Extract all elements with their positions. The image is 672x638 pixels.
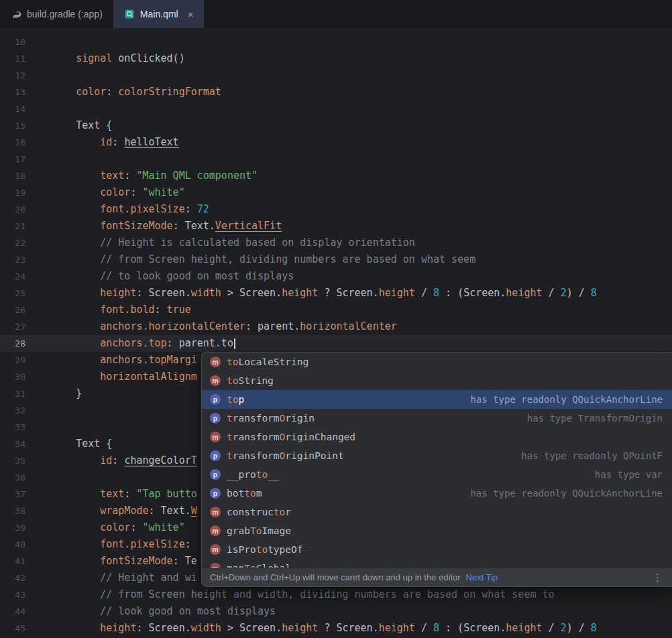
code-text: color: colorStringFormat [52, 84, 221, 101]
completion-label: toString [227, 375, 274, 386]
line-number: 45 [0, 620, 25, 637]
code-text: // look good on most displays [52, 603, 276, 620]
line-number: 14 [0, 101, 25, 117]
line-number: 40 [0, 536, 25, 553]
code-line-43[interactable]: 43 // from Screen height and width, divi… [0, 586, 672, 603]
code-line-25[interactable]: 25 height: Screen.width > Screen.height … [0, 285, 672, 302]
method-icon: m [210, 357, 221, 367]
completion-label: bottom [227, 488, 262, 499]
code-line-15[interactable]: 15 Text { [0, 117, 672, 134]
line-number: 15 [0, 117, 25, 134]
code-line-24[interactable]: 24 // to look good on most displays [0, 268, 672, 285]
tab-build-gradle-app[interactable]: build.gradle (:app) [0, 0, 113, 28]
completion-item[interactable]: mtransformOriginChanged [202, 428, 672, 446]
line-number: 35 [0, 452, 25, 469]
code-line-28[interactable]: 28 anchors.top: parent.to [0, 335, 672, 352]
close-tab-icon[interactable]: × [188, 9, 194, 19]
line-number: 38 [0, 503, 25, 519]
completion-item[interactable]: mconstructor [202, 503, 672, 521]
completion-item[interactable]: ptransformOriginhas type TransformOrigin [202, 409, 672, 428]
code-text: color: "white" [52, 184, 185, 201]
completion-item[interactable]: ptransformOriginPointhas type readonly Q… [202, 446, 672, 465]
code-text: anchors.top: parent.to [52, 335, 235, 352]
completion-item[interactable]: pbottomhas type readonly QQuickAnchorLin… [202, 484, 672, 503]
line-number: 11 [0, 50, 25, 67]
more-options-icon[interactable]: ⋮ [651, 572, 664, 584]
line-number: 34 [0, 436, 25, 452]
completion-type-hint: has type readonly QQuickAnchorLine [470, 394, 663, 405]
code-line-10[interactable]: 10 [0, 34, 672, 50]
code-line-19[interactable]: 19 color: "white" [0, 184, 672, 201]
line-number: 22 [0, 235, 25, 251]
line-number: 23 [0, 251, 25, 268]
code-line-22[interactable]: 22 // Height is calculated based on disp… [0, 235, 672, 251]
completion-label: mapToGlobal [227, 563, 291, 568]
code-line-11[interactable]: 11 signal onClicked() [0, 50, 672, 67]
line-number: 20 [0, 201, 25, 218]
method-icon: m [210, 563, 221, 568]
line-number: 31 [0, 385, 25, 402]
completion-label: top [227, 394, 244, 405]
code-editor[interactable]: 1011 signal onClicked()1213 color: color… [0, 28, 672, 638]
code-text: color: "white" [52, 519, 185, 536]
ide-window: build.gradle (:app)Main.qml× 1011 signal… [0, 0, 672, 638]
code-text: // Height is calculated based on display… [52, 235, 415, 251]
code-text: wrapMode: Text.W [52, 503, 197, 519]
completion-type-hint: has type var [595, 469, 663, 480]
code-text: // Height and wi [52, 570, 197, 586]
code-line-17[interactable]: 17 [0, 151, 672, 168]
completion-item[interactable]: mgrabToImage [202, 521, 672, 540]
tab-main-qml[interactable]: Main.qml× [113, 0, 205, 28]
code-line-14[interactable]: 14 [0, 101, 672, 117]
code-line-23[interactable]: 23 // from Screen height, dividing numbe… [0, 251, 672, 268]
code-line-27[interactable]: 27 anchors.horizontalCenter: parent.hori… [0, 318, 672, 335]
code-text: } [52, 385, 82, 402]
code-text: // to look good on most displays [52, 268, 294, 285]
code-line-20[interactable]: 20 font.pixelSize: 72 [0, 201, 672, 218]
text-caret [234, 338, 235, 349]
method-icon: m [210, 432, 221, 442]
completion-item[interactable]: p__proto__has type var [202, 465, 672, 484]
code-line-12[interactable]: 12 [0, 67, 672, 84]
code-line-21[interactable]: 21 fontSizeMode: Text.VerticalFit [0, 218, 672, 235]
line-number: 44 [0, 603, 25, 620]
completion-label: transformOriginPoint [227, 450, 344, 461]
completion-item[interactable]: ptophas type readonly QQuickAnchorLine [202, 390, 672, 409]
gradle-file-icon [11, 9, 21, 19]
completion-item[interactable]: mtoLocaleString [202, 353, 672, 371]
code-line-16[interactable]: 16 id: helloText [0, 134, 672, 151]
property-icon: p [210, 469, 221, 480]
code-line-18[interactable]: 18 text: "Main QML component" [0, 168, 672, 184]
completion-item[interactable]: mmapToGlobal [202, 559, 672, 568]
code-text: font.pixelSize: 72 [52, 201, 209, 218]
line-number: 12 [0, 67, 25, 84]
line-number: 26 [0, 302, 25, 318]
completion-item[interactable]: mtoString [202, 371, 672, 390]
code-line-13[interactable]: 13 color: colorStringFormat [0, 84, 672, 101]
line-number: 39 [0, 519, 25, 536]
completion-label: toLocaleString [227, 357, 309, 367]
tab-label: Main.qml [140, 9, 178, 19]
code-text: height: Screen.width > Screen.height ? S… [52, 285, 597, 302]
tab-label: build.gradle (:app) [27, 9, 103, 19]
line-number: 43 [0, 586, 25, 603]
completion-item[interactable]: misPrototypeOf [202, 540, 672, 559]
line-number: 13 [0, 84, 25, 101]
next-tip-link[interactable]: Next Tip [466, 572, 498, 582]
line-number: 42 [0, 570, 25, 586]
completion-label: isPrototypeOf [227, 544, 303, 555]
method-icon: m [210, 375, 221, 386]
property-icon: p [210, 488, 221, 499]
code-line-26[interactable]: 26 font.bold: true [0, 302, 672, 318]
code-text: signal onClicked() [52, 50, 185, 67]
line-number: 37 [0, 486, 25, 503]
completion-list: mtoLocaleStringmtoStringptophas type rea… [202, 353, 672, 568]
completion-tip-bar: Ctrl+Down and Ctrl+Up will move caret do… [202, 568, 672, 586]
line-number: 33 [0, 419, 25, 436]
code-text: // from Screen height and width, dividin… [52, 586, 555, 603]
code-line-45[interactable]: 45 height: Screen.width > Screen.height … [0, 620, 672, 637]
code-line-44[interactable]: 44 // look good on most displays [0, 603, 672, 620]
completion-label: transformOrigin [227, 413, 315, 424]
code-text: fontSizeMode: Te [52, 553, 197, 570]
code-text: height: Screen.width > Screen.height ? S… [52, 620, 597, 637]
